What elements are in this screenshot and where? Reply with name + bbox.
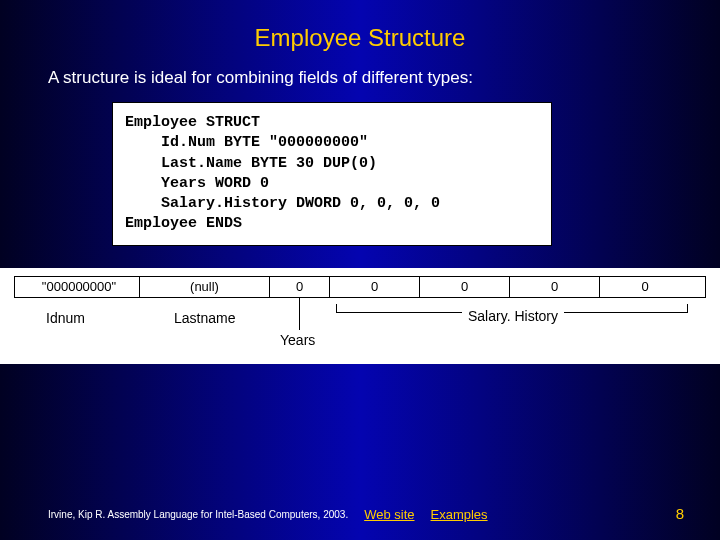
label-idnum: Idnum: [46, 310, 85, 326]
page-number: 8: [676, 505, 684, 522]
cell-salary-1: 0: [420, 277, 510, 297]
label-lastname: Lastname: [174, 310, 235, 326]
code-block: Employee STRUCT Id.Num BYTE "000000000" …: [112, 102, 552, 246]
years-connector: [299, 298, 300, 330]
cell-salary-0: 0: [330, 277, 420, 297]
cell-years: 0: [270, 277, 330, 297]
cell-lastname: (null): [140, 277, 270, 297]
link-website[interactable]: Web site: [364, 507, 414, 522]
cell-salary-3: 0: [600, 277, 690, 297]
link-examples[interactable]: Examples: [431, 507, 488, 522]
label-salary: Salary. History: [462, 308, 564, 324]
memory-diagram: "000000000" (null) 0 0 0 0 0 Idnum Lastn…: [0, 268, 720, 364]
cell-idnum: "000000000": [15, 277, 140, 297]
slide-title: Employee Structure: [0, 0, 720, 68]
label-years: Years: [280, 332, 315, 348]
cell-salary-2: 0: [510, 277, 600, 297]
intro-text: A structure is ideal for combining field…: [48, 68, 720, 88]
diagram-row: "000000000" (null) 0 0 0 0 0: [14, 276, 706, 298]
footer: Irvine, Kip R. Assembly Language for Int…: [0, 507, 720, 522]
footer-credit: Irvine, Kip R. Assembly Language for Int…: [48, 509, 348, 520]
